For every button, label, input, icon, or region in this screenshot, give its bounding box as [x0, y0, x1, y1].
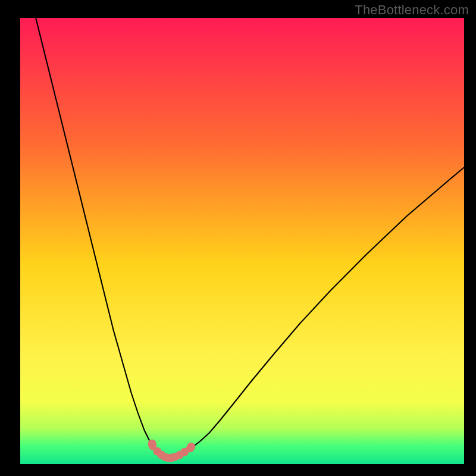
chart-stage: TheBottleneck.com [0, 0, 476, 476]
watermark-text: TheBottleneck.com [355, 2, 469, 18]
bottleneck-chart [0, 0, 476, 476]
plot-background [20, 18, 464, 464]
data-marker [187, 443, 195, 451]
